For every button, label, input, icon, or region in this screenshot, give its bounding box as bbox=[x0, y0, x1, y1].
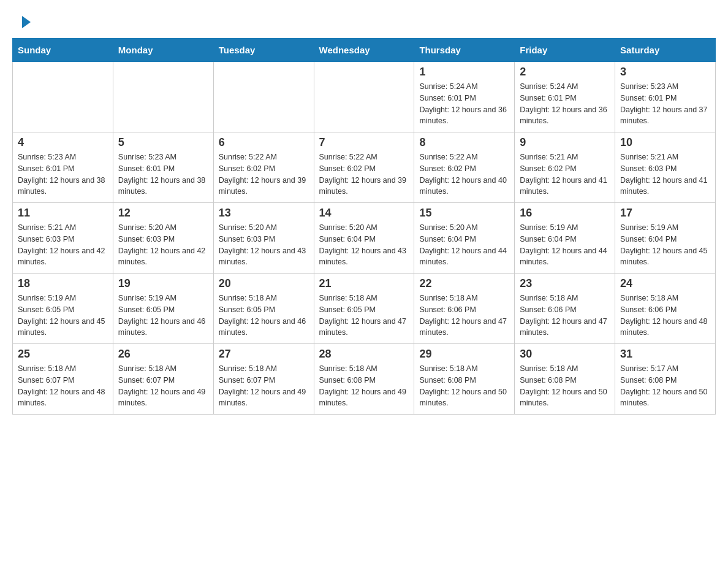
day-number: 26 bbox=[118, 348, 208, 361]
day-info: Sunrise: 5:18 AMSunset: 6:08 PMDaylight:… bbox=[419, 363, 509, 409]
day-info: Sunrise: 5:22 AMSunset: 6:02 PMDaylight:… bbox=[219, 151, 309, 197]
calendar-cell: 16Sunrise: 5:19 AMSunset: 6:04 PMDayligh… bbox=[515, 203, 615, 274]
day-number: 5 bbox=[118, 136, 208, 149]
calendar-cell: 19Sunrise: 5:19 AMSunset: 6:05 PMDayligh… bbox=[113, 274, 213, 344]
calendar-cell: 4Sunrise: 5:23 AMSunset: 6:01 PMDaylight… bbox=[13, 132, 113, 203]
calendar-cell: 30Sunrise: 5:18 AMSunset: 6:08 PMDayligh… bbox=[515, 344, 615, 415]
day-number: 31 bbox=[620, 348, 710, 361]
day-info: Sunrise: 5:18 AMSunset: 6:06 PMDaylight:… bbox=[520, 293, 610, 339]
day-number: 6 bbox=[219, 136, 309, 149]
calendar-cell: 17Sunrise: 5:19 AMSunset: 6:04 PMDayligh… bbox=[615, 203, 716, 274]
calendar-cell: 18Sunrise: 5:19 AMSunset: 6:05 PMDayligh… bbox=[13, 274, 113, 344]
day-number: 27 bbox=[219, 348, 309, 361]
day-info: Sunrise: 5:22 AMSunset: 6:02 PMDaylight:… bbox=[319, 151, 409, 197]
calendar-table: SundayMondayTuesdayWednesdayThursdayFrid… bbox=[12, 38, 716, 415]
calendar-cell: 11Sunrise: 5:21 AMSunset: 6:03 PMDayligh… bbox=[13, 203, 113, 274]
calendar-cell: 3Sunrise: 5:23 AMSunset: 6:01 PMDaylight… bbox=[615, 62, 716, 132]
column-header-wednesday: Wednesday bbox=[314, 39, 414, 62]
day-number: 13 bbox=[219, 207, 309, 220]
day-number: 8 bbox=[419, 136, 509, 149]
day-info: Sunrise: 5:19 AMSunset: 6:05 PMDaylight:… bbox=[118, 293, 208, 339]
calendar-cell: 14Sunrise: 5:20 AMSunset: 6:04 PMDayligh… bbox=[314, 203, 414, 274]
calendar-header-row: SundayMondayTuesdayWednesdayThursdayFrid… bbox=[13, 39, 716, 62]
day-number: 16 bbox=[520, 207, 610, 220]
day-number: 10 bbox=[620, 136, 710, 149]
calendar-cell: 2Sunrise: 5:24 AMSunset: 6:01 PMDaylight… bbox=[515, 62, 615, 132]
day-info: Sunrise: 5:22 AMSunset: 6:02 PMDaylight:… bbox=[419, 151, 509, 197]
calendar-cell: 20Sunrise: 5:18 AMSunset: 6:05 PMDayligh… bbox=[213, 274, 314, 344]
calendar-cell: 5Sunrise: 5:23 AMSunset: 6:01 PMDaylight… bbox=[113, 132, 213, 203]
day-number: 23 bbox=[520, 277, 610, 290]
day-info: Sunrise: 5:21 AMSunset: 6:02 PMDaylight:… bbox=[520, 151, 610, 197]
day-info: Sunrise: 5:18 AMSunset: 6:08 PMDaylight:… bbox=[520, 363, 610, 409]
calendar-cell bbox=[113, 62, 213, 132]
calendar-cell bbox=[213, 62, 314, 132]
calendar-cell: 21Sunrise: 5:18 AMSunset: 6:05 PMDayligh… bbox=[314, 274, 414, 344]
calendar-cell: 13Sunrise: 5:20 AMSunset: 6:03 PMDayligh… bbox=[213, 203, 314, 274]
day-info: Sunrise: 5:20 AMSunset: 6:03 PMDaylight:… bbox=[118, 222, 208, 268]
day-number: 30 bbox=[520, 348, 610, 361]
day-info: Sunrise: 5:23 AMSunset: 6:01 PMDaylight:… bbox=[118, 151, 208, 197]
day-number: 12 bbox=[118, 207, 208, 220]
column-header-tuesday: Tuesday bbox=[213, 39, 314, 62]
day-info: Sunrise: 5:23 AMSunset: 6:01 PMDaylight:… bbox=[620, 81, 710, 127]
calendar-week-row: 25Sunrise: 5:18 AMSunset: 6:07 PMDayligh… bbox=[13, 344, 716, 415]
day-number: 17 bbox=[620, 207, 710, 220]
day-info: Sunrise: 5:20 AMSunset: 6:03 PMDaylight:… bbox=[219, 222, 309, 268]
day-number: 2 bbox=[520, 66, 610, 79]
day-info: Sunrise: 5:24 AMSunset: 6:01 PMDaylight:… bbox=[419, 81, 509, 127]
column-header-saturday: Saturday bbox=[615, 39, 716, 62]
calendar-cell: 8Sunrise: 5:22 AMSunset: 6:02 PMDaylight… bbox=[414, 132, 515, 203]
day-info: Sunrise: 5:18 AMSunset: 6:07 PMDaylight:… bbox=[219, 363, 309, 409]
calendar-cell: 1Sunrise: 5:24 AMSunset: 6:01 PMDaylight… bbox=[414, 62, 515, 132]
calendar-cell: 23Sunrise: 5:18 AMSunset: 6:06 PMDayligh… bbox=[515, 274, 615, 344]
calendar-cell: 31Sunrise: 5:17 AMSunset: 6:08 PMDayligh… bbox=[615, 344, 716, 415]
calendar-cell: 12Sunrise: 5:20 AMSunset: 6:03 PMDayligh… bbox=[113, 203, 213, 274]
calendar-cell: 15Sunrise: 5:20 AMSunset: 6:04 PMDayligh… bbox=[414, 203, 515, 274]
day-number: 28 bbox=[319, 348, 409, 361]
column-header-monday: Monday bbox=[113, 39, 213, 62]
day-info: Sunrise: 5:21 AMSunset: 6:03 PMDaylight:… bbox=[18, 222, 108, 268]
calendar-cell: 26Sunrise: 5:18 AMSunset: 6:07 PMDayligh… bbox=[113, 344, 213, 415]
day-number: 9 bbox=[520, 136, 610, 149]
column-header-thursday: Thursday bbox=[414, 39, 515, 62]
day-number: 11 bbox=[18, 207, 108, 220]
day-number: 7 bbox=[319, 136, 409, 149]
day-number: 4 bbox=[18, 136, 108, 149]
day-info: Sunrise: 5:24 AMSunset: 6:01 PMDaylight:… bbox=[520, 81, 610, 127]
logo-triangle-icon bbox=[22, 16, 31, 28]
day-number: 18 bbox=[18, 277, 108, 290]
calendar-cell bbox=[314, 62, 414, 132]
day-number: 19 bbox=[118, 277, 208, 290]
column-header-friday: Friday bbox=[515, 39, 615, 62]
day-number: 14 bbox=[319, 207, 409, 220]
calendar-cell: 6Sunrise: 5:22 AMSunset: 6:02 PMDaylight… bbox=[213, 132, 314, 203]
column-header-sunday: Sunday bbox=[13, 39, 113, 62]
day-info: Sunrise: 5:18 AMSunset: 6:07 PMDaylight:… bbox=[18, 363, 108, 409]
day-info: Sunrise: 5:23 AMSunset: 6:01 PMDaylight:… bbox=[18, 151, 108, 197]
day-info: Sunrise: 5:18 AMSunset: 6:08 PMDaylight:… bbox=[319, 363, 409, 409]
page-header bbox=[0, 0, 728, 38]
day-info: Sunrise: 5:18 AMSunset: 6:06 PMDaylight:… bbox=[419, 293, 509, 339]
day-info: Sunrise: 5:18 AMSunset: 6:06 PMDaylight:… bbox=[620, 293, 710, 339]
day-info: Sunrise: 5:21 AMSunset: 6:03 PMDaylight:… bbox=[620, 151, 710, 197]
logo bbox=[20, 15, 31, 28]
day-info: Sunrise: 5:20 AMSunset: 6:04 PMDaylight:… bbox=[419, 222, 509, 268]
calendar-cell: 9Sunrise: 5:21 AMSunset: 6:02 PMDaylight… bbox=[515, 132, 615, 203]
day-number: 24 bbox=[620, 277, 710, 290]
calendar-week-row: 11Sunrise: 5:21 AMSunset: 6:03 PMDayligh… bbox=[13, 203, 716, 274]
day-info: Sunrise: 5:18 AMSunset: 6:05 PMDaylight:… bbox=[319, 293, 409, 339]
calendar-cell: 29Sunrise: 5:18 AMSunset: 6:08 PMDayligh… bbox=[414, 344, 515, 415]
calendar-week-row: 1Sunrise: 5:24 AMSunset: 6:01 PMDaylight… bbox=[13, 62, 716, 132]
calendar-cell: 25Sunrise: 5:18 AMSunset: 6:07 PMDayligh… bbox=[13, 344, 113, 415]
calendar-cell bbox=[13, 62, 113, 132]
day-info: Sunrise: 5:20 AMSunset: 6:04 PMDaylight:… bbox=[319, 222, 409, 268]
calendar-week-row: 18Sunrise: 5:19 AMSunset: 6:05 PMDayligh… bbox=[13, 274, 716, 344]
day-number: 29 bbox=[419, 348, 509, 361]
calendar-cell: 27Sunrise: 5:18 AMSunset: 6:07 PMDayligh… bbox=[213, 344, 314, 415]
day-info: Sunrise: 5:19 AMSunset: 6:05 PMDaylight:… bbox=[18, 293, 108, 339]
day-info: Sunrise: 5:17 AMSunset: 6:08 PMDaylight:… bbox=[620, 363, 710, 409]
day-number: 1 bbox=[419, 66, 509, 79]
day-info: Sunrise: 5:19 AMSunset: 6:04 PMDaylight:… bbox=[620, 222, 710, 268]
calendar-cell: 24Sunrise: 5:18 AMSunset: 6:06 PMDayligh… bbox=[615, 274, 716, 344]
